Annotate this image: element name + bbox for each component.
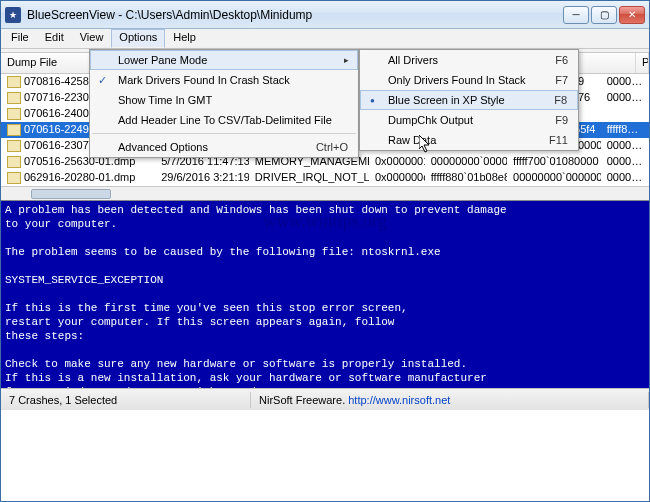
cell: fffff880`01b08e84 <box>425 170 507 186</box>
shortcut-label: Ctrl+O <box>316 141 348 153</box>
menu-view[interactable]: View <box>72 29 112 48</box>
submenu-item[interactable]: Only Drivers Found In StackF7 <box>360 70 578 90</box>
shortcut-label: F6 <box>555 54 568 66</box>
status-crash-count: 7 Crashes, 1 Selected <box>1 392 251 408</box>
cell: 0x0000001a <box>369 154 425 170</box>
menu-file[interactable]: File <box>3 29 37 48</box>
submenu-item[interactable]: DumpChk OutputF9 <box>360 110 578 130</box>
cell: 0000… <box>601 90 649 106</box>
cell: fffff8… <box>601 122 649 138</box>
cell: fffff700`01080000 <box>507 154 601 170</box>
lower-pane-bsod: A problem has been detected and Windows … <box>1 200 649 388</box>
dump-icon <box>7 156 21 168</box>
menu-item[interactable]: Advanced OptionsCtrl+O <box>90 137 358 157</box>
menu-options[interactable]: Options <box>111 29 165 48</box>
cell: 00000000`000000… <box>507 170 601 186</box>
cell: 0000… <box>601 138 649 154</box>
status-credits: NirSoft Freeware. http://www.nirsoft.net <box>251 392 649 408</box>
lower-pane-mode-submenu: All DriversF6Only Drivers Found In Stack… <box>359 49 579 151</box>
dump-icon <box>7 140 21 152</box>
statusbar: 7 Crashes, 1 Selected NirSoft Freeware. … <box>1 388 649 410</box>
titlebar: ★ BlueScreenView - C:\Users\Admin\Deskto… <box>1 1 649 29</box>
cell: 00000000`000050… <box>425 154 507 170</box>
status-credit-text: NirSoft Freeware. <box>259 394 348 406</box>
window-title: BlueScreenView - C:\Users\Admin\Desktop\… <box>27 8 563 22</box>
menu-item[interactable]: Mark Drivers Found In Crash Stack <box>90 70 358 90</box>
minimize-button[interactable]: ─ <box>563 6 589 24</box>
shortcut-label: F9 <box>555 114 568 126</box>
cell <box>601 106 649 122</box>
app-icon: ★ <box>5 7 21 23</box>
shortcut-label: F7 <box>555 74 568 86</box>
submenu-item[interactable]: Raw DataF11 <box>360 130 578 150</box>
maximize-button[interactable]: ▢ <box>591 6 617 24</box>
submenu-item[interactable]: All DriversF6 <box>360 50 578 70</box>
shortcut-label: F11 <box>549 134 568 146</box>
cell: 0000… <box>601 170 649 186</box>
cell: 0000… <box>601 74 649 90</box>
menu-item[interactable]: Add Header Line To CSV/Tab-Delimited Fil… <box>90 110 358 130</box>
hscroll-thumb[interactable] <box>31 189 111 199</box>
cell: 062916-20280-01.dmp <box>1 170 155 186</box>
col-param2[interactable]: Para <box>636 53 649 73</box>
close-button[interactable]: ✕ <box>619 6 645 24</box>
menu-item[interactable]: Show Time In GMT <box>90 90 358 110</box>
horizontal-scrollbar[interactable] <box>1 186 649 200</box>
dump-icon <box>7 108 21 120</box>
app-window: ★ BlueScreenView - C:\Users\Admin\Deskto… <box>0 0 650 502</box>
submenu-item[interactable]: Blue Screen in XP StyleF8 <box>360 90 578 110</box>
dump-icon <box>7 124 21 136</box>
cell: DRIVER_IRQL_NOT_LESS_O… <box>249 170 369 186</box>
cell: 29/6/2016 3:21:19 μμ <box>155 170 249 186</box>
options-dropdown: Lower Pane ModeMark Drivers Found In Cra… <box>89 49 359 158</box>
menu-edit[interactable]: Edit <box>37 29 72 48</box>
menubar: File Edit View Options Help <box>1 29 649 49</box>
dump-icon <box>7 92 21 104</box>
dump-icon <box>7 172 21 184</box>
window-buttons: ─ ▢ ✕ <box>563 6 645 24</box>
cell: 0000… <box>601 154 649 170</box>
menu-help[interactable]: Help <box>165 29 204 48</box>
status-credit-link[interactable]: http://www.nirsoft.net <box>348 394 450 406</box>
table-row[interactable]: 062916-20280-01.dmp29/6/2016 3:21:19 μμD… <box>1 170 649 186</box>
cell: 0x000000d1 <box>369 170 425 186</box>
dump-icon <box>7 76 21 88</box>
menu-item[interactable]: Lower Pane Mode <box>90 50 358 70</box>
shortcut-label: F8 <box>554 94 567 106</box>
menu-separator <box>92 133 356 134</box>
